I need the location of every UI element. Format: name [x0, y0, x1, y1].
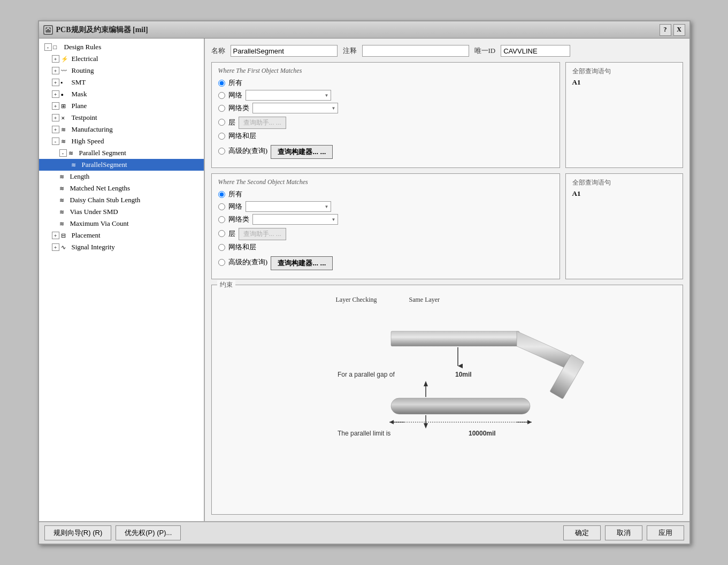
toggle-placement[interactable]: + — [52, 232, 59, 239]
second-advanced-radio[interactable] — [218, 259, 225, 266]
layer-checking-value: Same Layer — [409, 296, 440, 304]
label-length: Length — [70, 172, 90, 181]
id-label: 唯一ID — [474, 46, 496, 56]
toggle-high-speed[interactable]: - — [52, 138, 59, 145]
ok-button[interactable]: 确定 — [563, 525, 601, 540]
icon-mask — [61, 90, 70, 98]
tree-item-signal-integrity[interactable]: + Signal Integrity — [39, 241, 204, 253]
label-matched-net: Matched Net Lengths — [70, 184, 131, 193]
icon-smt — [61, 78, 70, 87]
right-panel: 名称 注释 唯一ID Where The First Object Matche… — [205, 39, 689, 521]
svg-marker-7 — [424, 381, 428, 386]
second-netandlayer-radio[interactable] — [218, 244, 225, 251]
second-object-section: Where The Second Object Matches 所有 网络 — [211, 173, 683, 279]
svg-marker-9 — [424, 423, 428, 429]
first-object-title: Where The First Object Matches — [218, 67, 553, 75]
title-buttons: ? X — [660, 24, 685, 36]
first-netandlayer-label: 网络和层 — [228, 131, 256, 141]
svg-rect-5 — [391, 398, 530, 414]
first-netandlayer-radio[interactable] — [218, 133, 225, 140]
tree-item-daisy-chain[interactable]: Daisy Chain Stub Length — [39, 194, 204, 206]
toggle-routing[interactable]: + — [52, 67, 59, 74]
toggle-testpoint[interactable]: + — [52, 114, 59, 121]
priority-button[interactable]: 优先权(P) (P)... — [116, 525, 181, 540]
second-netclass-dropdown[interactable] — [252, 214, 338, 225]
second-net-dropdown[interactable] — [246, 201, 331, 212]
tree-item-max-via-count[interactable]: Maximum Via Count — [39, 218, 204, 230]
toggle-parallel-segment-group[interactable]: - — [59, 149, 67, 157]
second-all-label: 所有 — [228, 189, 242, 199]
label-electrical: Electrical — [72, 55, 98, 63]
tree-item-parallel-segment-group[interactable]: - Parallel Segment — [39, 147, 204, 159]
id-input[interactable] — [501, 45, 570, 57]
label-vias-under-smd: Vias Under SMD — [70, 208, 118, 216]
svg-text:10mil: 10mil — [455, 371, 472, 378]
tree-item-plane[interactable]: + Plane — [39, 100, 204, 112]
toggle-signal-integrity[interactable]: + — [52, 243, 59, 251]
first-all-row: 所有 — [218, 78, 553, 88]
first-netclass-radio[interactable] — [218, 105, 225, 112]
layer-checking-label: Layer Checking — [336, 296, 377, 304]
label-mask: Mask — [72, 90, 87, 98]
icon-matched-net — [59, 184, 68, 193]
tree-item-parallel-segment[interactable]: ParallelSegment — [39, 159, 204, 171]
cancel-button[interactable]: 取消 — [605, 525, 642, 540]
first-query-value: A1 — [572, 78, 676, 87]
label-max-via-count: Maximum Via Count — [70, 219, 129, 228]
toggle-electrical[interactable]: + — [52, 55, 59, 63]
second-object-panel: Where The Second Object Matches 所有 网络 — [211, 173, 560, 279]
rule-wizard-button[interactable]: 规则向导(R) (R) — [44, 525, 112, 540]
bottom-left: 规则向导(R) (R) 优先权(P) (P)... — [44, 525, 181, 540]
note-label: 注释 — [343, 46, 357, 56]
toggle-manufacturing[interactable]: + — [52, 126, 59, 133]
icon-daisy-chain — [59, 196, 68, 204]
apply-button[interactable]: 应用 — [647, 525, 684, 540]
tree-item-smt[interactable]: + SMT — [39, 77, 204, 88]
first-netclass-dropdown[interactable] — [252, 103, 338, 113]
first-net-label: 网络 — [228, 90, 242, 100]
icon-high-speed — [61, 137, 70, 146]
tree-item-mask[interactable]: + Mask — [39, 88, 204, 100]
tree-item-matched-net[interactable]: Matched Net Lengths — [39, 182, 204, 194]
first-query-builder-btn[interactable]: 查询构建器... ... — [271, 145, 333, 159]
second-layer-radio[interactable] — [218, 230, 225, 237]
second-query-value: A1 — [572, 189, 676, 198]
second-netclass-radio[interactable] — [218, 216, 225, 223]
note-input[interactable] — [362, 45, 469, 57]
tree-item-manufacturing[interactable]: + Manufacturing — [39, 124, 204, 135]
first-net-row: 网络 — [218, 90, 553, 101]
tree-item-electrical[interactable]: + Electrical — [39, 53, 204, 65]
constraint-panel: 约束 Layer Checking Same Layer — [211, 285, 683, 515]
tree-item-placement[interactable]: + Placement — [39, 230, 204, 241]
tree-item-high-speed[interactable]: - High Speed — [39, 135, 204, 147]
tree-item-routing[interactable]: + Routing — [39, 65, 204, 77]
tree-panel: - Design Rules + Electrical + Routing — [39, 39, 205, 521]
tree-item-design-rules[interactable]: - Design Rules — [39, 41, 204, 53]
toggle-plane[interactable]: + — [52, 102, 59, 110]
tree-item-length[interactable]: Length — [39, 171, 204, 182]
name-input[interactable] — [231, 45, 338, 57]
icon-routing — [61, 66, 70, 75]
close-button[interactable]: X — [673, 24, 685, 36]
tree-item-testpoint[interactable]: + Testpoint — [39, 112, 204, 124]
first-layer-row: 层 查询助手... ... — [218, 116, 553, 129]
second-query-builder-btn[interactable]: 查询构建器... ... — [271, 256, 333, 270]
second-query-helper-btn[interactable]: 查询助手... ... — [239, 228, 286, 240]
toggle-mask[interactable]: + — [52, 90, 59, 98]
first-query-helper-btn[interactable]: 查询助手... ... — [239, 117, 286, 129]
first-net-radio[interactable] — [218, 92, 225, 99]
toggle-smt[interactable]: + — [52, 79, 59, 86]
help-button[interactable]: ? — [660, 24, 671, 36]
tree-item-vias-under-smd[interactable]: Vias Under SMD — [39, 206, 204, 218]
first-net-dropdown[interactable] — [246, 90, 331, 101]
label-signal-integrity: Signal Integrity — [72, 243, 115, 251]
first-advanced-radio[interactable] — [218, 148, 225, 155]
first-all-radio[interactable] — [218, 80, 225, 87]
second-layer-row: 层 查询助手... ... — [218, 227, 553, 240]
second-object-title: Where The Second Object Matches — [218, 178, 553, 186]
toggle-design-rules[interactable]: - — [44, 43, 52, 51]
app-icon — [43, 25, 53, 35]
second-all-radio[interactable] — [218, 191, 225, 198]
first-layer-radio[interactable] — [218, 119, 225, 126]
second-net-radio[interactable] — [218, 203, 225, 210]
